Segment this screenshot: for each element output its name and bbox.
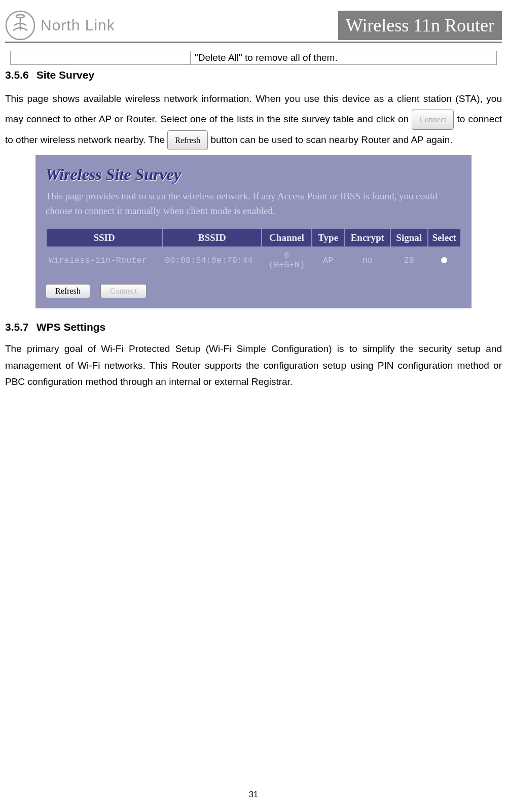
th-type: Type xyxy=(312,229,345,247)
th-channel: Channel xyxy=(262,229,311,247)
section-site-survey: 3.5.6Site Survey This page shows availab… xyxy=(5,69,502,308)
section-wps-settings: 3.5.7WPS Settings The primary goal of Wi… xyxy=(5,321,502,390)
channel-mode: (B+G+N) xyxy=(269,260,305,270)
connect-button-inline: Connect xyxy=(412,110,454,130)
refresh-button-inline: Refresh xyxy=(167,130,208,151)
th-signal: Signal xyxy=(390,229,428,247)
td-bssid: 00:08:54:8e:79:44 xyxy=(162,247,262,273)
section-title-1: Site Survey xyxy=(37,69,94,81)
section1-paragraph: This page shows available wireless netwo… xyxy=(5,89,502,150)
td-channel: 6 (B+G+N) xyxy=(262,247,311,273)
table-empty-cell xyxy=(11,51,191,64)
logo-area: North Link xyxy=(5,10,115,41)
screenshot-title: Wireless Site Survey xyxy=(46,165,461,184)
survey-table: SSID BSSID Channel Type Encrypt Signal S… xyxy=(46,228,461,274)
table-row: Wireless-11n-Router 00:08:54:8e:79:44 6 … xyxy=(46,247,461,273)
site-survey-screenshot: Wireless Site Survey This page provides … xyxy=(35,155,472,308)
table-text-cell: "Delete All" to remove all of them. xyxy=(191,51,496,64)
th-encrypt: Encrypt xyxy=(345,229,390,247)
th-bssid: BSSID xyxy=(162,229,262,247)
td-signal: 28 xyxy=(390,247,428,273)
section-number-1: 3.5.6 xyxy=(5,69,29,81)
screenshot-buttons: Refresh Connect xyxy=(46,284,461,298)
section-heading-2: 3.5.7WPS Settings xyxy=(5,321,502,333)
channel-number: 6 xyxy=(284,251,289,260)
th-select: Select xyxy=(428,229,461,247)
td-type: AP xyxy=(312,247,345,273)
page-number: 31 xyxy=(0,790,507,799)
td-ssid: Wireless-11n-Router xyxy=(46,247,162,273)
td-encrypt: no xyxy=(345,247,390,273)
screenshot-description: This page provides tool to scan the wire… xyxy=(46,189,461,218)
page-container: North Link Wireless 11n Router "Delete A… xyxy=(0,0,507,390)
select-radio[interactable] xyxy=(441,257,448,264)
section-number-2: 3.5.7 xyxy=(5,321,29,333)
td-select xyxy=(428,247,461,273)
th-ssid: SSID xyxy=(46,229,162,247)
page-header: North Link Wireless 11n Router xyxy=(5,10,502,43)
table-row-snippet: "Delete All" to remove all of them. xyxy=(10,51,497,65)
section-title-2: WPS Settings xyxy=(37,321,106,333)
document-title: Wireless 11n Router xyxy=(338,11,502,40)
logo-text: North Link xyxy=(41,17,115,34)
northlink-logo-icon xyxy=(5,10,35,41)
section2-paragraph: The primary goal of Wi-Fi Protected Setu… xyxy=(5,341,502,390)
refresh-button[interactable]: Refresh xyxy=(46,284,90,298)
table-header-row: SSID BSSID Channel Type Encrypt Signal S… xyxy=(46,229,461,247)
para1-part3: button can be used to scan nearby Router… xyxy=(210,134,452,145)
connect-button[interactable]: Connect xyxy=(100,284,147,298)
section-heading-1: 3.5.6Site Survey xyxy=(5,69,502,81)
